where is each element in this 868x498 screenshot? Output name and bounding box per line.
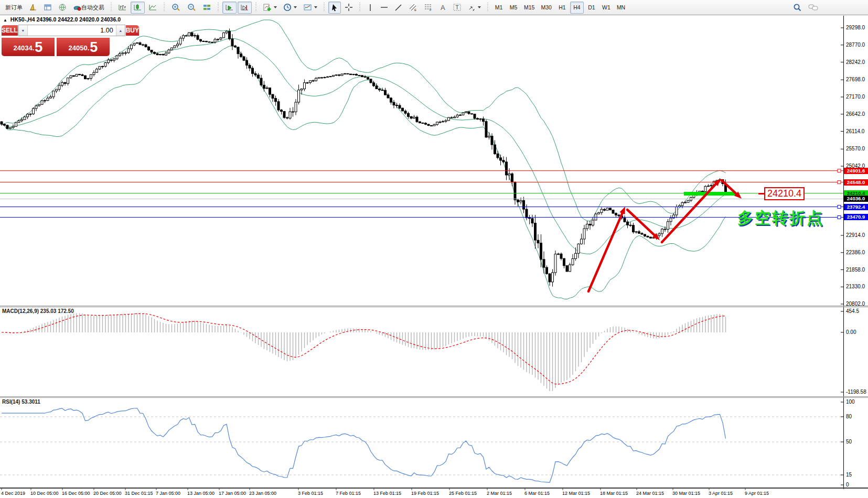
text-icon: A [440,4,446,11]
chevron-down-icon [274,6,277,10]
toolbar-separator [162,2,166,13]
main-toolbar: 新订单 自动交易 [0,0,868,15]
symbol-triangle-icon: ▲ [3,18,7,23]
label-icon: T [453,3,462,12]
svg-text:A: A [441,4,445,11]
tile-windows-icon [202,3,211,12]
timeframe-button-mn[interactable]: MN [614,2,628,14]
market-watch-button[interactable] [26,2,40,14]
horizontal-line-icon [380,5,388,10]
chart-shift-icon [240,3,249,12]
cursor-tool-button[interactable] [328,2,341,14]
timeframe-button-h1[interactable]: H1 [555,2,569,14]
chevron-down-icon [478,6,481,10]
zoom-in-button[interactable] [168,2,183,14]
indicators-icon [263,3,272,12]
vertical-line-tool-button[interactable] [364,2,377,14]
navigator-icon [58,3,67,12]
periods-button[interactable] [281,2,299,14]
chart-title: ▲ HK50-,H4 24396.0 24422.0 24020.0 24036… [3,16,121,23]
svg-text:E: E [414,8,416,12]
shapes-tool-button[interactable] [465,2,484,14]
chevron-down-icon [294,6,297,10]
svg-text:T: T [456,5,459,10]
bar-chart-icon [118,3,127,12]
toolbar-separator [486,2,490,13]
chart-area[interactable] [0,16,843,489]
timeframe-button-m5[interactable]: M5 [507,2,520,14]
vertical-line-icon [368,4,373,12]
symbol-period-label: HK50-,H4 [10,16,35,23]
sell-price-pips: 5 [35,39,42,55]
line-chart-icon [148,3,157,12]
crosshair-tool-button[interactable] [342,2,356,14]
fibonacci-icon: F [424,3,433,12]
toolbar-separator [254,2,258,13]
chat-button[interactable] [806,2,821,14]
bar-chart-mode-button[interactable] [115,2,130,14]
timeframe-button-m1[interactable]: M1 [492,2,506,14]
ohlc-values: 24396.0 24422.0 24020.0 24036.0 [36,16,121,23]
chart-shift-button[interactable] [238,2,252,14]
text-tool-button[interactable]: A [436,2,449,14]
toolbar-separator [109,2,113,13]
horizontal-line-tool-button[interactable] [378,2,391,14]
cursor-icon [331,4,338,12]
sell-button[interactable]: SELL [1,25,18,36]
timeframe-button-m15[interactable]: M15 [521,2,537,14]
search-button[interactable] [790,2,805,14]
toolbar-separator [322,2,326,13]
label-tool-button[interactable]: T [450,2,464,14]
buy-price-pips: 5 [90,39,98,55]
auto-trading-icon [73,3,81,12]
template-icon [303,3,313,12]
lot-size-box: ▼ ▲ [18,25,125,36]
auto-trading-button[interactable]: 自动交易 [70,2,107,14]
toolbar-separator [216,2,220,13]
pivot-annotation-text[interactable]: 多空转折点 [737,208,824,229]
timeframe-group: M1M5M15M30H1H4D1W1MN [491,2,628,14]
candlestick-mode-button[interactable] [131,2,145,14]
sell-price-button[interactable]: 24034. 5 [1,37,55,57]
zoom-in-icon [171,3,180,12]
zoom-out-icon [187,3,196,12]
crosshair-icon [345,3,353,12]
data-window-icon [44,3,52,12]
auto-scroll-button[interactable] [222,2,237,14]
chat-icon [808,3,819,12]
lot-increase-button[interactable]: ▲ [116,25,125,36]
lot-size-input[interactable] [28,25,116,36]
trendline-tool-button[interactable] [392,2,405,14]
timeframe-button-d1[interactable]: D1 [585,2,598,14]
new-order-button[interactable]: 新订单 [3,2,25,14]
clock-icon [283,3,292,12]
line-chart-mode-button[interactable] [146,2,160,14]
pivot-price-label[interactable]: 24210.4 [764,187,805,200]
tile-windows-button[interactable] [200,2,214,14]
buy-button[interactable]: BUY [125,25,140,36]
navigator-button[interactable] [56,2,69,14]
equidistant-channel-tool-button[interactable]: E [406,2,420,14]
rsi-label: RSI(14) 53.3011 [2,399,40,405]
template-button[interactable] [301,2,320,14]
sell-price-main: 24034. [14,41,35,55]
timeframe-button-m30[interactable]: M30 [538,2,554,14]
channel-icon: E [409,3,417,12]
trendline-icon [394,4,402,12]
lot-decrease-button[interactable]: ▼ [19,25,28,36]
timeframe-button-w1[interactable]: W1 [599,2,613,14]
market-watch-icon [29,3,37,12]
search-icon [793,3,802,12]
timeframe-button-h4[interactable]: H4 [570,2,584,14]
auto-trading-label: 自动交易 [81,4,104,12]
zoom-out-button[interactable] [184,2,199,14]
buy-price-button[interactable]: 24050. 5 [56,37,110,57]
svg-text:F: F [430,8,432,12]
macd-label: MACD(12,26,9) 235.03 172.50 [2,308,74,314]
fibonacci-tool-button[interactable]: F [421,2,435,14]
arrows-shapes-icon [468,4,476,12]
indicators-button[interactable] [260,2,280,14]
data-window-button[interactable] [41,2,55,14]
one-click-trading-panel: SELL ▼ ▲ BUY 24034. 5 24050. 5 [1,25,110,57]
chevron-down-icon [314,6,317,10]
